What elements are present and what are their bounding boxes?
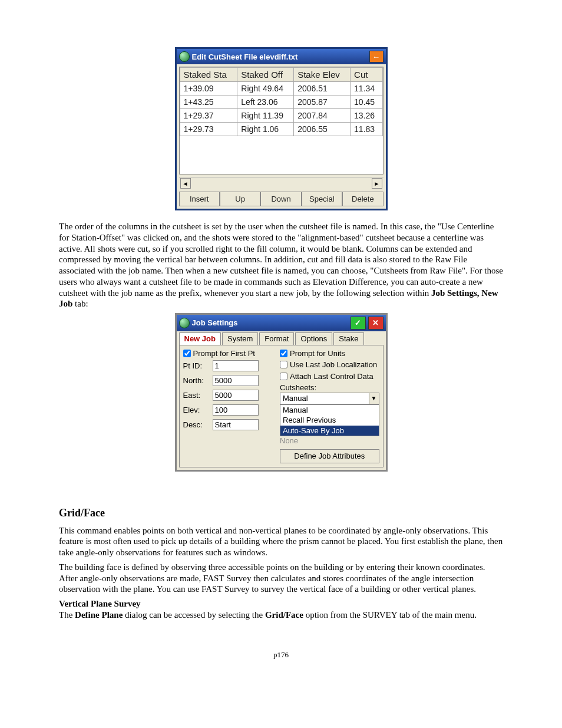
back-button[interactable]: ← <box>369 51 384 62</box>
dropdown-option[interactable]: Auto-Save By Job <box>280 426 379 436</box>
app-icon <box>179 51 190 62</box>
scroll-right-icon[interactable]: ► <box>372 178 382 189</box>
cell: 2006.55 <box>294 123 351 136</box>
edit-cutsheet-window: Edit CutSheet File elevdiff.txt ← Staked… <box>175 47 388 210</box>
titlebar: Job Settings ✓ ✕ <box>177 315 386 331</box>
chevron-down-icon[interactable]: ▼ <box>369 393 379 404</box>
define-attributes-button[interactable]: Define Job Attributes <box>280 449 379 463</box>
cell: 2006.51 <box>294 82 351 95</box>
col-header[interactable]: Stake Elev <box>294 68 351 82</box>
table-row[interactable]: 1+39.09 Right 49.64 2006.51 11.34 <box>180 82 382 95</box>
ok-button[interactable]: ✓ <box>351 317 366 330</box>
label: Desc: <box>183 420 209 430</box>
label: Pt ID: <box>183 361 209 371</box>
label: East: <box>183 391 209 400</box>
paragraph: The building face is defined by observin… <box>59 562 503 595</box>
tab-new-job[interactable]: New Job <box>179 332 221 345</box>
pt-id-field[interactable] <box>213 360 259 371</box>
text-bold: Define Plane <box>75 610 123 620</box>
subheading: Vertical Plane Survey <box>59 599 141 608</box>
use-last-localization-checkbox[interactable] <box>280 361 287 368</box>
prompt-first-pt-checkbox[interactable] <box>183 350 191 357</box>
text: option from the SURVEY tab of the main m… <box>303 610 477 620</box>
job-settings-window: Job Settings ✓ ✕ New Job System Format O… <box>175 313 388 472</box>
label: Cutsheets: <box>280 383 379 393</box>
cutsheets-dropdown[interactable]: Manual ▼ <box>280 393 379 404</box>
cell: Left 23.06 <box>237 95 294 109</box>
scroll-left-icon[interactable]: ◄ <box>180 178 191 189</box>
app-icon <box>179 318 190 328</box>
col-header[interactable]: Staked Sta <box>180 68 237 82</box>
insert-button[interactable]: Insert <box>179 192 220 206</box>
window-title: Edit CutSheet File elevdiff.txt <box>192 52 298 61</box>
section-heading: Grid/Face <box>59 507 503 519</box>
cell: 1+29.73 <box>180 123 237 136</box>
horizontal-scrollbar[interactable]: ◄ ► <box>179 177 384 189</box>
text-bold: Grid/Face <box>265 610 303 620</box>
label: Prompt for First Pt <box>193 349 255 358</box>
special-button[interactable]: Special <box>302 192 342 206</box>
cutsheet-table: Staked Sta Staked Off Stake Elev Cut 1+3… <box>180 67 383 136</box>
cell: 2007.84 <box>294 109 351 123</box>
page-number: p176 <box>59 650 503 660</box>
table-empty-area <box>180 136 383 174</box>
desc-field[interactable] <box>213 419 259 430</box>
dropdown-selected: Manual <box>280 393 379 404</box>
paragraph: Vertical Plane Survey The Define Plane d… <box>59 598 503 621</box>
down-button[interactable]: Down <box>260 192 301 206</box>
cell: Right 1.06 <box>237 123 294 136</box>
dropdown-option[interactable]: Recall Previous <box>280 415 379 426</box>
text: tab: <box>72 299 88 308</box>
table-row[interactable]: 1+29.73 Right 1.06 2006.55 11.83 <box>180 123 382 136</box>
text: The <box>59 610 75 620</box>
elev-field[interactable] <box>213 404 259 416</box>
label: Prompt for Units <box>290 349 345 358</box>
table-row[interactable]: 1+43.25 Left 23.06 2005.87 10.45 <box>180 95 382 109</box>
cell: 1+39.09 <box>180 82 237 95</box>
col-header[interactable]: Cut <box>351 68 382 82</box>
label: Elev: <box>183 406 209 415</box>
cell: 10.45 <box>351 95 382 109</box>
tabs: New Job System Format Options Stake <box>177 331 386 345</box>
titlebar: Edit CutSheet File elevdiff.txt ← <box>177 49 386 64</box>
cell: Right 11.39 <box>237 109 294 123</box>
attach-last-control-checkbox[interactable] <box>280 373 287 380</box>
cell: 13.26 <box>351 109 382 123</box>
disabled-label: None <box>280 436 379 446</box>
cutsheet-table-container: Staked Sta Staked Off Stake Elev Cut 1+3… <box>179 67 384 174</box>
cell: 1+29.37 <box>180 109 237 123</box>
panel: Prompt for First Pt Pt ID: North: East: … <box>179 345 384 467</box>
cell: 1+43.25 <box>180 95 237 109</box>
tab-format[interactable]: Format <box>259 332 294 345</box>
label: Attach Last Control Data <box>290 372 373 381</box>
tab-options[interactable]: Options <box>295 332 332 345</box>
cell: 11.83 <box>351 123 382 136</box>
dropdown-list: Manual Recall Previous Auto-Save By Job <box>280 404 379 437</box>
up-button[interactable]: Up <box>220 192 260 206</box>
delete-button[interactable]: Delete <box>342 192 383 206</box>
dropdown-option[interactable]: Manual <box>280 405 379 416</box>
north-field[interactable] <box>213 375 259 386</box>
tab-stake[interactable]: Stake <box>333 332 363 345</box>
close-button[interactable]: ✕ <box>368 317 384 330</box>
label: North: <box>183 376 209 386</box>
cell: Right 49.64 <box>237 82 294 95</box>
label: Use Last Job Localization <box>290 360 377 370</box>
cell: 2005.87 <box>294 95 351 109</box>
col-header[interactable]: Staked Off <box>237 68 294 82</box>
table-row[interactable]: 1+29.37 Right 11.39 2007.84 13.26 <box>180 109 382 123</box>
window-title: Job Settings <box>192 318 238 328</box>
text: dialog can be accessed by selecting the <box>123 610 265 620</box>
paragraph: The order of the columns in the cutsheet… <box>59 221 503 309</box>
text: The order of the columns in the cutsheet… <box>59 222 503 298</box>
tab-system[interactable]: System <box>222 332 258 345</box>
prompt-units-checkbox[interactable] <box>280 350 287 357</box>
cell: 11.34 <box>351 82 382 95</box>
paragraph: This command enables points on both vert… <box>59 525 503 558</box>
east-field[interactable] <box>213 390 259 401</box>
